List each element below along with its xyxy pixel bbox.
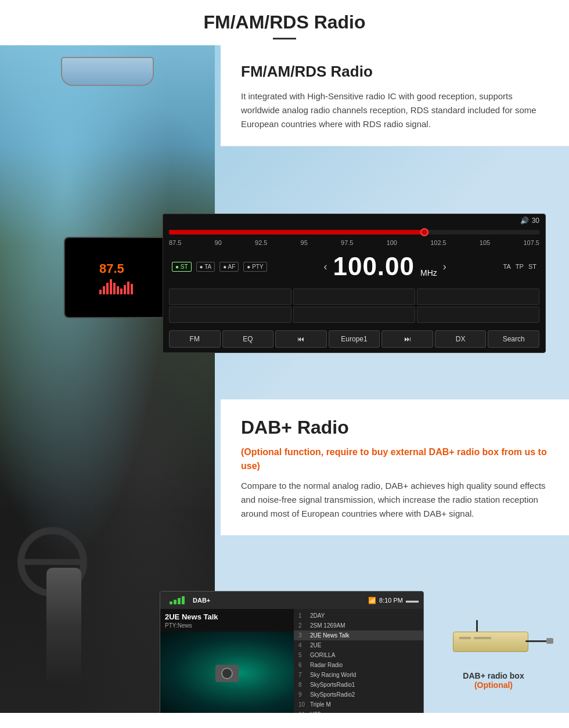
fmam-title: FM/AM/RDS Radio bbox=[241, 63, 549, 81]
scale-100: 100 bbox=[387, 239, 397, 246]
tp-right: TP bbox=[516, 263, 524, 270]
dab-label: DAB+ bbox=[193, 597, 210, 604]
dashboard-freq-display: 87.5 bbox=[99, 261, 133, 294]
st-button[interactable]: ● ST bbox=[172, 262, 192, 272]
dab-cable bbox=[525, 640, 549, 642]
radio-ui-screenshot: 🔊 30 87.5 90 92.5 95 97.5 100 102.5 105 … bbox=[163, 214, 546, 353]
gear-console bbox=[46, 568, 81, 684]
dab-visual bbox=[160, 632, 294, 713]
preset-5[interactable] bbox=[293, 307, 416, 323]
page-header: FM/AM/RDS Radio bbox=[0, 0, 569, 45]
eq-button[interactable]: EQ bbox=[222, 330, 274, 348]
station-item-2[interactable]: 22SM 1269AM bbox=[294, 621, 423, 630]
scale-95: 95 bbox=[301, 239, 308, 246]
dab-description: Compare to the normal analog radio, DAB+… bbox=[241, 479, 549, 521]
station-item-5[interactable]: 5GORILLA bbox=[294, 650, 423, 660]
dab-time: 8:10 PM bbox=[379, 597, 403, 604]
freq-display-row: ● ST ● TA ● AF ● PTY ‹ 100.00 MHz › TA T… bbox=[163, 249, 545, 287]
dashboard-unit: 87.5 bbox=[64, 237, 168, 318]
scale-875: 87.5 bbox=[169, 239, 181, 246]
dab-ui-screenshot: DAB+ 📶 8:10 PM ▬▬ 2UE News Talk PTY:News… bbox=[160, 591, 424, 713]
volume-value: 30 bbox=[532, 217, 539, 225]
radio-bottom-controls: FM EQ ⏮ Europe1 ⏭ DX Search bbox=[163, 327, 545, 352]
freq-right-controls: TA TP ST bbox=[503, 263, 536, 270]
fmam-card: FM/AM/RDS Radio It integrated with High-… bbox=[221, 45, 569, 146]
scale-90: 90 bbox=[215, 239, 222, 246]
dab-box-body bbox=[453, 632, 528, 652]
pty-button[interactable]: ● PTY bbox=[243, 262, 267, 272]
fm-button[interactable]: FM bbox=[169, 330, 221, 348]
freq-unit: MHz bbox=[420, 268, 437, 281]
antenna bbox=[476, 620, 478, 632]
rearview-mirror bbox=[61, 57, 154, 86]
preset-3[interactable] bbox=[417, 289, 539, 305]
freq-slider-container bbox=[163, 227, 545, 237]
dab-box-label: DAB+ radio box bbox=[435, 671, 552, 680]
page-title: FM/AM/RDS Radio bbox=[0, 12, 569, 33]
station-item-7[interactable]: 7Sky Racing World bbox=[294, 670, 423, 680]
freq-track bbox=[169, 230, 539, 235]
freq-right-arrow[interactable]: › bbox=[443, 261, 446, 273]
preset-grid bbox=[163, 287, 545, 327]
search-button[interactable]: Search bbox=[488, 330, 539, 348]
dab-station-list-panel: 12DAY 22SM 1269AM 32UE News Talk 42UE 5G… bbox=[294, 609, 423, 713]
europe1-button[interactable]: Europe1 bbox=[329, 330, 380, 348]
dab-pty: PTY:News bbox=[160, 622, 294, 632]
station-item-6[interactable]: 6Radar Radio bbox=[294, 660, 423, 670]
station-item-4[interactable]: 42UE bbox=[294, 640, 423, 650]
dab-box-optional: (Optional) bbox=[435, 680, 552, 690]
station-item-9[interactable]: 9SkySportsRadio2 bbox=[294, 690, 423, 700]
dab-box-visual bbox=[441, 620, 546, 666]
radio-topbar: 🔊 30 bbox=[163, 214, 545, 227]
preset-6[interactable] bbox=[417, 307, 539, 323]
dab-optional-text: (Optional function, require to buy exter… bbox=[241, 445, 549, 473]
freq-left-arrow[interactable]: ‹ bbox=[323, 261, 327, 273]
next-button[interactable]: ⏭ bbox=[381, 330, 433, 348]
dab-left-panel: 2UE News Talk PTY:News Call 13 13 32 bbox=[160, 609, 294, 713]
station-item-3[interactable]: 32UE News Talk bbox=[294, 630, 423, 640]
header-divider bbox=[273, 38, 296, 39]
dashboard-screen: 87.5 bbox=[65, 238, 167, 317]
freq-center: ‹ 100.00 MHz › bbox=[323, 252, 446, 281]
freq-scale: 87.5 90 92.5 95 97.5 100 102.5 105 107.5 bbox=[163, 237, 545, 249]
dx-button[interactable]: DX bbox=[435, 330, 487, 348]
station-item-8[interactable]: 8SkySportsRadio1 bbox=[294, 680, 423, 690]
st-right: ST bbox=[528, 263, 536, 270]
dab-box-container: DAB+ radio box (Optional) bbox=[435, 620, 552, 690]
preset-1[interactable] bbox=[169, 289, 291, 305]
prev-button[interactable]: ⏮ bbox=[275, 330, 327, 348]
dashboard-bars bbox=[99, 279, 133, 294]
freq-left-controls: ● ST ● TA ● AF ● PTY bbox=[172, 262, 267, 272]
dab-topbar: DAB+ 📶 8:10 PM ▬▬ bbox=[160, 592, 423, 609]
fmam-description: It integrated with High-Sensitive radio … bbox=[241, 89, 549, 131]
signal-bars bbox=[165, 594, 189, 607]
dab-title: DAB+ Radio bbox=[241, 417, 549, 438]
dab-stations: 12DAY 22SM 1269AM 32UE News Talk 42UE 5G… bbox=[294, 609, 423, 713]
af-button[interactable]: ● AF bbox=[219, 262, 239, 272]
station-item-10[interactable]: 10Triple M bbox=[294, 700, 423, 709]
preset-4[interactable] bbox=[169, 307, 291, 323]
freq-thumb bbox=[420, 228, 428, 236]
scale-105: 105 bbox=[480, 239, 490, 246]
scale-975: 97.5 bbox=[341, 239, 353, 246]
camera-icon bbox=[215, 665, 239, 682]
preset-2[interactable] bbox=[293, 289, 416, 305]
station-item-11[interactable]: 11U20 bbox=[294, 709, 423, 713]
scale-925: 92.5 bbox=[255, 239, 267, 246]
scale-1075: 107.5 bbox=[523, 239, 539, 246]
ta-right: TA bbox=[503, 263, 511, 270]
ta-button[interactable]: ● TA bbox=[196, 262, 215, 272]
dashboard-frequency: 87.5 bbox=[99, 261, 133, 276]
freq-number: 100.00 bbox=[333, 252, 415, 281]
dab-station-name: 2UE News Talk bbox=[160, 609, 294, 622]
dab-card: DAB+ Radio (Optional function, require t… bbox=[221, 399, 569, 535]
speaker-icon: 🔊 bbox=[520, 217, 529, 225]
hero-section: 87.5 bbox=[0, 45, 569, 713]
scale-1025: 102.5 bbox=[430, 239, 446, 246]
dab-main: 2UE News Talk PTY:News Call 13 13 32 12D… bbox=[160, 609, 423, 713]
station-item-1[interactable]: 12DAY bbox=[294, 611, 423, 621]
